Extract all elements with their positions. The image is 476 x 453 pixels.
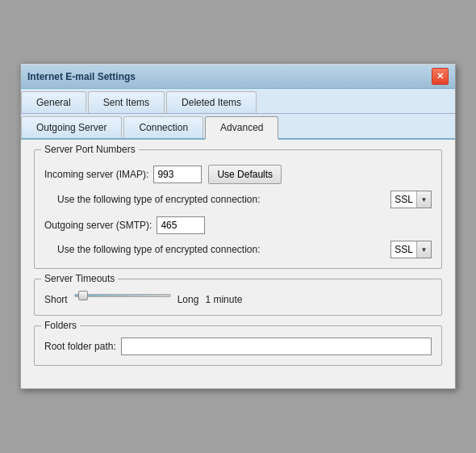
tab-advanced[interactable]: Advanced (205, 116, 278, 140)
outgoing-ssl-arrow[interactable]: ▼ (416, 241, 431, 258)
server-timeouts-label: Server Timeouts (41, 273, 118, 284)
folders-label: Folders (41, 320, 80, 331)
incoming-server-label: Incoming server (IMAP): (44, 169, 148, 180)
short-label: Short (44, 294, 68, 305)
outgoing-encryption-row: Use the following type of encrypted conn… (44, 241, 432, 258)
incoming-ssl-select[interactable]: SSL ▼ (390, 191, 432, 208)
tab-content: Server Port Numbers Incoming server (IMA… (21, 140, 455, 388)
long-label: Long (177, 294, 199, 305)
incoming-enc-label: Use the following type of encrypted conn… (57, 194, 384, 205)
outgoing-server-input[interactable] (157, 216, 205, 234)
incoming-server-row: Incoming server (IMAP): Use Defaults (44, 165, 432, 184)
timeout-slider[interactable] (74, 294, 171, 305)
tab-sent-items[interactable]: Sent Items (88, 91, 165, 113)
root-folder-input[interactable] (121, 338, 432, 355)
main-window: Internet E-mail Settings ✕ General Sent … (20, 64, 456, 389)
slider-thumb (78, 291, 88, 300)
server-port-group: Server Port Numbers Incoming server (IMA… (34, 149, 442, 269)
server-timeouts-group: Server Timeouts Short Long 1 minute (34, 279, 442, 316)
tab-row-2: Outgoing Server Connection Advanced (21, 114, 455, 140)
incoming-ssl-value: SSL (391, 191, 416, 208)
slider-track (74, 294, 171, 297)
folders-group: Folders Root folder path: (34, 325, 442, 366)
tab-connection[interactable]: Connection (123, 116, 203, 138)
root-folder-row: Root folder path: (44, 338, 432, 355)
outgoing-enc-label: Use the following type of encrypted conn… (57, 244, 384, 255)
use-defaults-button[interactable]: Use Defaults (208, 165, 282, 184)
tab-general[interactable]: General (21, 91, 86, 113)
timeout-slider-row: Short Long 1 minute (44, 294, 432, 305)
tab-outgoing-server[interactable]: Outgoing Server (21, 116, 122, 138)
incoming-server-input[interactable] (153, 166, 202, 183)
title-bar: Internet E-mail Settings ✕ (21, 65, 455, 89)
outgoing-ssl-select[interactable]: SSL ▼ (390, 241, 432, 258)
timeout-value: 1 minute (205, 294, 242, 305)
outgoing-server-row: Outgoing server (SMTP): (44, 216, 432, 234)
server-port-label: Server Port Numbers (41, 144, 139, 155)
tab-row-1: General Sent Items Deleted Items (21, 89, 455, 114)
outgoing-server-label: Outgoing server (SMTP): (44, 220, 152, 231)
incoming-ssl-arrow[interactable]: ▼ (416, 191, 431, 208)
close-button[interactable]: ✕ (432, 68, 449, 85)
root-folder-label: Root folder path: (44, 341, 116, 352)
incoming-encryption-row: Use the following type of encrypted conn… (44, 191, 432, 208)
window-title: Internet E-mail Settings (27, 71, 136, 82)
outgoing-ssl-value: SSL (391, 241, 416, 258)
tab-deleted-items[interactable]: Deleted Items (166, 91, 257, 113)
